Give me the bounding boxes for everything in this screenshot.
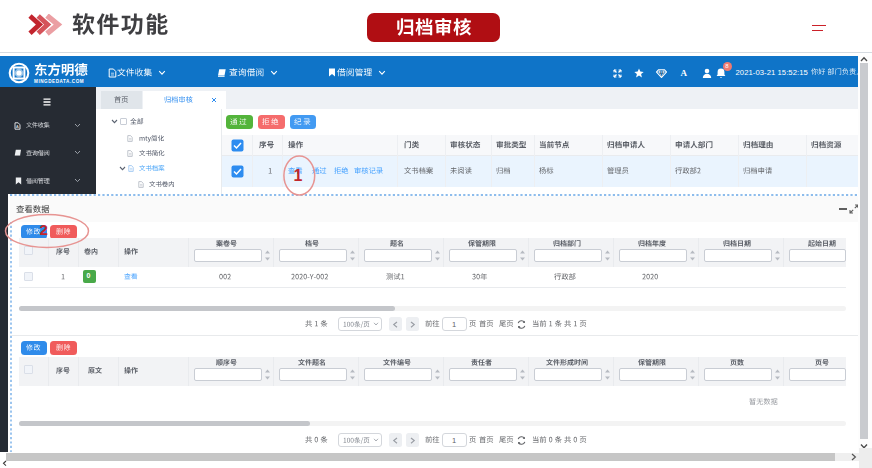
svg-text:A: A <box>16 124 19 129</box>
